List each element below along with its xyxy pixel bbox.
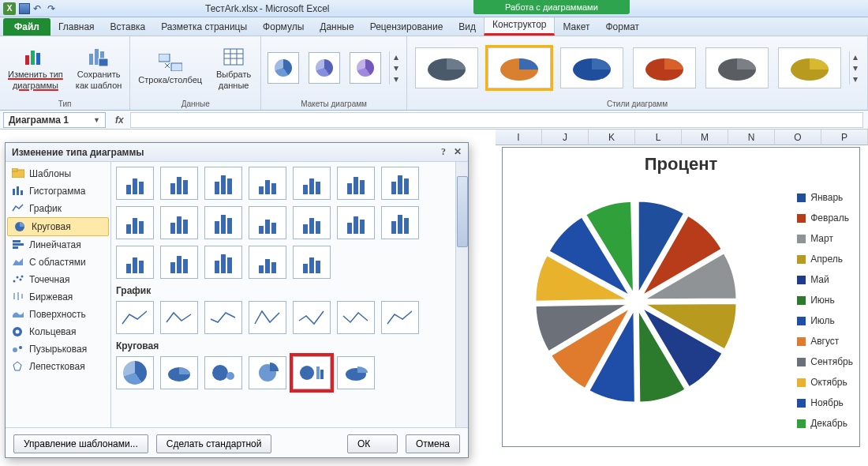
cancel-button[interactable]: Отмена: [406, 434, 460, 453]
embedded-chart[interactable]: Процент ЯнварьФевральМартАпрельМайИюньИю…: [502, 147, 860, 447]
tab-chart-format[interactable]: Формат: [597, 18, 647, 36]
chart-subtype-thumb[interactable]: [381, 206, 419, 239]
tab-insert[interactable]: Вставка: [103, 18, 154, 36]
chart-layout-1[interactable]: [268, 52, 299, 84]
chart-category-stock[interactable]: Биржевая: [6, 288, 110, 306]
tab-file[interactable]: Файл: [3, 18, 51, 36]
dialog-close-icon[interactable]: ✕: [454, 146, 462, 158]
tab-layout[interactable]: Разметка страницы: [153, 18, 255, 36]
chart-category-line[interactable]: График: [6, 200, 110, 217]
set-default-button[interactable]: Сделать стандартной: [156, 434, 272, 453]
chart-subtype-thumb[interactable]: [204, 167, 242, 200]
chart-style-2[interactable]: [488, 47, 551, 88]
col-header-L[interactable]: L: [635, 130, 682, 145]
chart-subtype-thumb[interactable]: [249, 206, 286, 239]
chart-layout-2[interactable]: [309, 52, 340, 84]
chart-style-5[interactable]: [705, 47, 769, 88]
formula-input[interactable]: [130, 112, 863, 128]
name-box-dropdown-icon[interactable]: ▼: [93, 116, 100, 124]
chart-subtype-thumb[interactable]: [381, 167, 419, 200]
col-header-I[interactable]: I: [496, 130, 542, 145]
ok-button[interactable]: ОК: [347, 434, 398, 453]
chart-subtype-thumb[interactable]: [249, 167, 286, 200]
chart-subtype-thumb[interactable]: [249, 246, 286, 279]
scroll-down-icon[interactable]: ▾: [850, 62, 862, 73]
dialog-help-icon[interactable]: ?: [441, 146, 446, 158]
col-header-N[interactable]: N: [728, 130, 775, 145]
tab-data[interactable]: Данные: [312, 18, 361, 36]
manage-templates-button[interactable]: Управление шаблонами...: [13, 434, 148, 453]
chart-style-3[interactable]: [560, 47, 623, 88]
change-chart-type-button[interactable]: Изменить тип диаграммы: [5, 44, 66, 92]
col-header-M[interactable]: M: [682, 130, 728, 145]
chart-subtype-thumb[interactable]: [116, 167, 154, 200]
chart-subtype-thumb[interactable]: [337, 167, 375, 200]
chart-subtype-thumb[interactable]: [204, 356, 242, 389]
chart-subtype-thumb[interactable]: [160, 167, 198, 200]
chart-subtype-thumb[interactable]: [293, 246, 331, 279]
chart-subtype-thumb[interactable]: [381, 301, 419, 334]
tab-review[interactable]: Рецензирование: [362, 18, 451, 36]
chart-category-surface[interactable]: Поверхность: [6, 306, 110, 323]
chart-subtype-thumb[interactable]: [116, 356, 154, 389]
scroll-up-icon[interactable]: ▴: [390, 51, 402, 62]
save-as-template-button[interactable]: Сохранить как шаблон: [73, 44, 125, 92]
tab-home[interactable]: Главная: [51, 18, 103, 36]
tab-view[interactable]: Вид: [451, 18, 484, 36]
scroll-more-icon[interactable]: ▾: [390, 73, 402, 85]
chart-layout-3[interactable]: [350, 52, 381, 84]
chart-category-radar[interactable]: Лепестковая: [6, 358, 110, 375]
layout-gallery-scroll[interactable]: ▴ ▾ ▾: [389, 51, 402, 85]
chart-subtype-thumb[interactable]: [204, 206, 242, 239]
style-gallery-scroll[interactable]: ▴ ▾ ▾: [849, 51, 862, 85]
chart-subtype-thumb[interactable]: [160, 356, 198, 389]
chart-subtype-thumb[interactable]: [249, 301, 286, 334]
chart-subtype-thumb[interactable]: [160, 206, 198, 239]
col-header-J[interactable]: J: [542, 130, 589, 145]
select-data-button[interactable]: Выбрать данные: [211, 44, 256, 92]
save-icon[interactable]: [19, 3, 30, 14]
col-header-P[interactable]: P: [821, 130, 868, 145]
chart-style-4[interactable]: [633, 47, 696, 88]
chart-category-donut[interactable]: Кольцевая: [6, 323, 110, 340]
col-header-O[interactable]: O: [775, 130, 821, 145]
tab-formulas[interactable]: Формулы: [255, 18, 312, 36]
chart-subtype-thumb[interactable]: [337, 356, 375, 389]
chart-subtype-thumb[interactable]: [116, 206, 154, 239]
name-box[interactable]: Диаграмма 1 ▼: [3, 112, 106, 128]
chart-subtype-thumb[interactable]: [116, 246, 154, 279]
chart-subtype-thumb[interactable]: [293, 356, 331, 389]
chart-style-6[interactable]: [778, 47, 841, 88]
chart-category-hbar[interactable]: Линейчатая: [6, 236, 110, 254]
chart-category-area[interactable]: С областями: [6, 254, 110, 271]
switch-row-col-button[interactable]: Строка/столбец: [135, 50, 205, 86]
chart-category-pie[interactable]: Круговая: [7, 217, 109, 236]
chart-subtype-thumb[interactable]: [293, 206, 331, 239]
tab-chart-layout[interactable]: Макет: [555, 18, 597, 36]
chart-category-folder[interactable]: Шаблоны: [6, 165, 110, 182]
fx-icon[interactable]: fx: [109, 115, 130, 126]
redo-icon[interactable]: ↷: [47, 3, 58, 14]
chart-category-bars[interactable]: Гистограмма: [6, 182, 110, 200]
svg-point-40: [19, 346, 22, 349]
chart-category-bubble[interactable]: Пузырьковая: [6, 340, 110, 358]
chart-subtype-thumb[interactable]: [204, 246, 242, 279]
scroll-more-icon[interactable]: ▾: [850, 73, 862, 85]
chart-subtype-thumb[interactable]: [293, 167, 331, 200]
undo-icon[interactable]: ↶: [33, 3, 44, 14]
chart-subtype-thumb[interactable]: [204, 301, 242, 334]
chart-subtype-thumb[interactable]: [116, 301, 154, 334]
chart-subtype-thumb[interactable]: [337, 301, 375, 334]
chart-subtype-thumb[interactable]: [337, 206, 375, 239]
chart-category-scatter[interactable]: Точечная: [6, 271, 110, 288]
scroll-up-icon[interactable]: ▴: [850, 51, 862, 62]
chart-style-1[interactable]: [415, 47, 478, 88]
chart-subtype-thumb[interactable]: [293, 301, 331, 334]
tab-chart-design[interactable]: Конструктор: [484, 15, 555, 36]
chart-subtype-thumb[interactable]: [160, 246, 198, 279]
dialog-scrollbar[interactable]: [455, 162, 468, 427]
scroll-down-icon[interactable]: ▾: [390, 62, 402, 73]
col-header-K[interactable]: K: [589, 130, 635, 145]
chart-subtype-thumb[interactable]: [249, 356, 286, 389]
chart-subtype-thumb[interactable]: [160, 301, 198, 334]
